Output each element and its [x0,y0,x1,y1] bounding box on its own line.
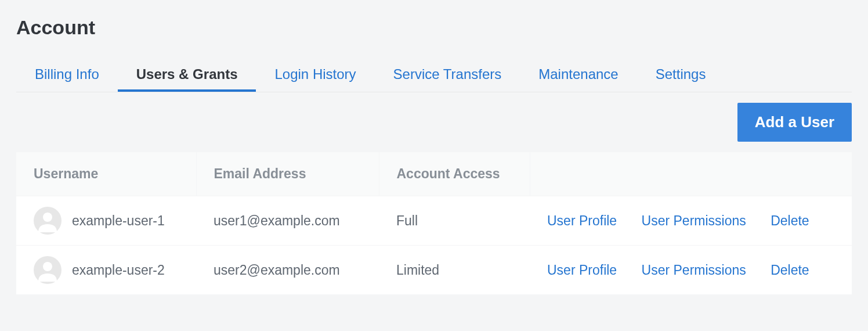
user-permissions-link[interactable]: User Permissions [642,213,746,228]
avatar-icon [34,256,62,284]
delete-link[interactable]: Delete [771,262,809,278]
user-profile-link[interactable]: User Profile [547,213,617,228]
column-header-access: Account Access [379,152,530,196]
column-header-actions [530,152,852,196]
tab-login-history[interactable]: Login History [256,59,374,92]
users-table: Username Email Address Account Access ex… [16,152,852,295]
user-cell: example-user-2 [34,256,179,284]
tab-users-grants[interactable]: Users & Grants [118,59,256,92]
tabs-nav: Billing Info Users & Grants Login Histor… [16,59,852,92]
page-title: Account [16,16,852,39]
tab-maintenance[interactable]: Maintenance [520,59,636,92]
access-text: Limited [379,246,530,295]
column-header-email: Email Address [196,152,379,196]
email-text: user2@example.com [196,246,379,295]
access-text: Full [379,196,530,246]
tab-billing-info[interactable]: Billing Info [16,59,118,92]
delete-link[interactable]: Delete [771,213,809,228]
svg-point-1 [43,213,52,222]
user-permissions-link[interactable]: User Permissions [642,262,746,278]
tab-settings[interactable]: Settings [637,59,725,92]
tab-service-transfers[interactable]: Service Transfers [375,59,520,92]
toolbar: Add a User [16,103,852,142]
email-text: user1@example.com [196,196,379,246]
table-row: example-user-2 user2@example.com Limited… [16,246,852,295]
user-cell: example-user-1 [34,207,179,235]
username-text: example-user-2 [72,262,165,278]
table-row: example-user-1 user1@example.com Full Us… [16,196,852,246]
svg-point-3 [43,262,52,271]
add-user-button[interactable]: Add a User [737,103,852,142]
username-text: example-user-1 [72,213,165,229]
column-header-username: Username [16,152,196,196]
avatar-icon [34,207,62,235]
user-profile-link[interactable]: User Profile [547,262,617,278]
